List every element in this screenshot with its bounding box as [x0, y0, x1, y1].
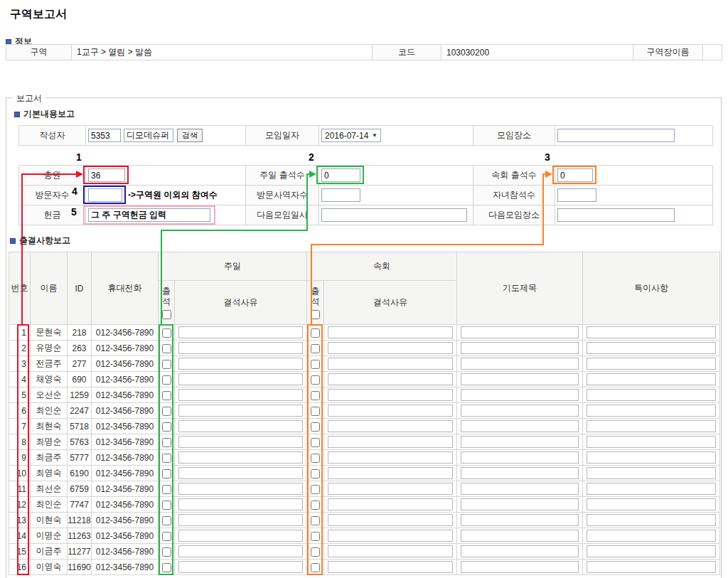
class-attend-checkbox[interactable] [311, 469, 320, 478]
search-button[interactable]: 검색 [177, 129, 203, 142]
prayer-input[interactable] [461, 545, 579, 557]
next-date-input[interactable] [321, 208, 467, 222]
notes-input[interactable] [587, 498, 716, 510]
notes-input[interactable] [587, 530, 716, 542]
notes-input[interactable] [587, 389, 716, 401]
prayer-input[interactable] [461, 467, 579, 479]
prayer-input[interactable] [461, 342, 579, 354]
sunday-absence-reason-input[interactable] [178, 342, 303, 354]
sunday-attend-checkbox[interactable] [162, 532, 171, 541]
class-attend-checkbox[interactable] [311, 422, 320, 432]
prayer-input[interactable] [461, 358, 579, 370]
sunday-absence-reason-input[interactable] [178, 389, 303, 401]
class-attend-checkbox[interactable] [311, 360, 320, 369]
class-absence-reason-input[interactable] [328, 467, 453, 479]
class-absence-reason-input[interactable] [328, 405, 453, 417]
sunday-attend-checkbox[interactable] [162, 375, 171, 385]
sunday-absence-reason-input[interactable] [178, 561, 303, 573]
visitors-input[interactable] [88, 188, 122, 202]
class-attend-checkbox[interactable] [311, 547, 320, 557]
class-absence-reason-input[interactable] [328, 451, 453, 464]
sunday-attend-checkbox[interactable] [162, 360, 171, 369]
class-attend-checkbox[interactable] [311, 563, 320, 572]
class-attend-checkbox[interactable] [311, 454, 320, 463]
notes-input[interactable] [587, 358, 716, 370]
notes-input[interactable] [587, 420, 716, 432]
total-input[interactable] [88, 168, 125, 182]
sunday-absence-reason-input[interactable] [178, 483, 303, 495]
class-absence-reason-input[interactable] [328, 483, 453, 495]
sunday-absence-reason-input[interactable] [178, 326, 303, 338]
sunday-attend-checkbox[interactable] [162, 328, 171, 338]
class-absence-reason-input[interactable] [328, 561, 453, 573]
sunday-attend-checkbox[interactable] [162, 344, 171, 353]
class-attend-checkbox[interactable] [311, 516, 320, 525]
class-absence-reason-input[interactable] [328, 514, 453, 526]
notes-input[interactable] [587, 483, 716, 495]
children-input[interactable] [557, 188, 596, 202]
sunday-absence-reason-input[interactable] [178, 420, 303, 432]
sunday-absence-reason-input[interactable] [178, 405, 303, 417]
prayer-input[interactable] [461, 405, 579, 417]
class-absence-reason-input[interactable] [328, 545, 453, 557]
notes-input[interactable] [587, 561, 716, 573]
notes-input[interactable] [587, 451, 716, 464]
prayer-input[interactable] [461, 420, 579, 432]
class-absence-reason-input[interactable] [328, 342, 453, 354]
sunday-absence-reason-input[interactable] [178, 467, 303, 479]
next-place-input[interactable] [557, 208, 675, 222]
sunday-attend-checkbox[interactable] [162, 391, 171, 400]
prayer-input[interactable] [461, 326, 579, 338]
sunday-attend-checkbox[interactable] [162, 547, 171, 557]
class-attend-checkbox[interactable] [311, 391, 320, 400]
sunday-attend-checkbox[interactable] [162, 469, 171, 478]
prayer-input[interactable] [461, 373, 579, 385]
notes-input[interactable] [587, 373, 716, 385]
sunday-attend-checkbox[interactable] [162, 485, 171, 494]
class-absence-reason-input[interactable] [328, 358, 453, 370]
class-attend-checkbox[interactable] [311, 407, 320, 416]
sunday-absence-reason-input[interactable] [178, 358, 303, 370]
class-attend-checkbox[interactable] [311, 532, 320, 541]
notes-input[interactable] [587, 326, 716, 338]
sunday-select-all-checkbox[interactable] [162, 310, 171, 319]
notes-input[interactable] [587, 342, 716, 354]
prayer-input[interactable] [461, 436, 579, 448]
ministers-input[interactable] [321, 188, 360, 202]
sunday-attend-checkbox[interactable] [162, 422, 171, 432]
author-id-input[interactable] [88, 129, 121, 142]
sunday-attend-checkbox[interactable] [162, 438, 171, 447]
sunday-absence-reason-input[interactable] [178, 530, 303, 542]
class-absence-reason-input[interactable] [328, 498, 453, 510]
class-absence-reason-input[interactable] [328, 373, 453, 385]
class-absence-reason-input[interactable] [328, 326, 453, 338]
sunday-absence-reason-input[interactable] [178, 436, 303, 448]
prayer-input[interactable] [461, 451, 579, 464]
class-absence-reason-input[interactable] [328, 420, 453, 432]
class-attend-checkbox[interactable] [311, 375, 320, 385]
sunday-attend-checkbox[interactable] [162, 563, 171, 572]
prayer-input[interactable] [461, 498, 579, 510]
sunday-absence-reason-input[interactable] [178, 451, 303, 464]
sunday-absence-reason-input[interactable] [178, 545, 303, 557]
sunday-attend-checkbox[interactable] [162, 501, 171, 510]
class-absence-reason-input[interactable] [328, 530, 453, 542]
sunday-attend-checkbox[interactable] [162, 454, 171, 463]
sunday-attend-checkbox[interactable] [162, 407, 171, 416]
class-absence-reason-input[interactable] [328, 436, 453, 448]
class-count-input[interactable] [557, 168, 593, 182]
prayer-input[interactable] [461, 483, 579, 495]
sunday-attend-checkbox[interactable] [162, 516, 171, 525]
sunday-absence-reason-input[interactable] [178, 514, 303, 526]
meeting-date-select[interactable]: 2016-07-14 ▼ [321, 129, 381, 142]
class-attend-checkbox[interactable] [311, 328, 320, 338]
sunday-absence-reason-input[interactable] [178, 498, 303, 510]
meeting-place-input[interactable] [557, 129, 675, 142]
class-attend-checkbox[interactable] [311, 501, 320, 510]
author-name-input[interactable] [124, 129, 173, 142]
prayer-input[interactable] [461, 514, 579, 526]
class-attend-checkbox[interactable] [311, 438, 320, 447]
prayer-input[interactable] [461, 389, 579, 401]
class-attend-checkbox[interactable] [311, 485, 320, 494]
notes-input[interactable] [587, 405, 716, 417]
